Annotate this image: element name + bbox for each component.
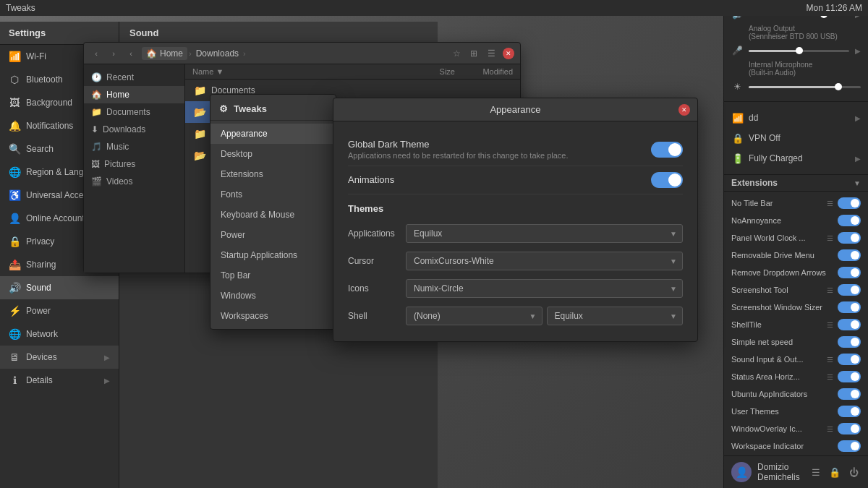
notifications-icon: 🔔 [9,120,20,132]
recent-icon: 🕐 [91,72,102,82]
ext-label: No Title Bar [731,199,822,207]
fm-sidebar-label: Music [106,142,129,152]
settings-item-label: Universal Access [26,190,92,200]
fm-back-button[interactable]: ‹ [90,47,103,60]
tweaks-item-extensions[interactable]: Extensions [210,164,336,184]
tweaks-item-windows[interactable]: Windows [210,286,336,306]
settings-icon6[interactable]: ☰ [825,372,835,382]
ext-toggle[interactable] [838,406,861,417]
settings-item-details[interactable]: ℹ Details ▶ [0,369,119,392]
tweaks-item-fonts[interactable]: Fonts [210,184,336,205]
fm-close-button[interactable]: ✕ [503,48,514,59]
appearance-dialog: Appearance ✕ Global Dark Theme Applicati… [333,98,698,342]
fm-forward-button[interactable]: › [107,47,120,60]
list-icon[interactable]: ☰ [809,465,823,479]
fm-sidebar-label: Videos [106,176,132,187]
settings-icon2[interactable]: ☰ [825,233,835,243]
desktop: Tweaks Mon 11:26 AM Settings 📶 Wi-Fi ⬡ B… [0,0,868,488]
wifi-icon: 📶 [9,51,20,62]
extensions-expand-icon[interactable]: ▼ [854,179,861,187]
fm-sidebar-home[interactable]: 🏠 Home [84,86,184,103]
applications-select[interactable]: Equilux Adwaita Adwaita-dark [406,224,683,243]
ext-toggle[interactable] [838,319,861,330]
ext-toggle[interactable] [838,284,861,296]
settings-item-devices[interactable]: 🖥 Devices ▶ [0,346,119,369]
fm-breadcrumb: 🏠 Home › Downloads › [142,47,445,60]
rp-battery[interactable]: 🔋 Fully Charged ▶ [724,148,868,168]
tweaks-item-topbar[interactable]: Top Bar [210,265,336,286]
ext-screenshot-sizer: Screenshot Window Sizer [724,299,868,316]
ext-toggle[interactable] [838,423,861,435]
tweaks-item-workspaces[interactable]: Workspaces [210,306,336,326]
fm-bookmark-icon[interactable]: ☆ [449,46,464,61]
videos-icon: 🎬 [91,176,102,187]
fm-sidebar-videos[interactable]: 🎬 Videos [84,173,184,190]
shell-theme-container: Equilux ▼ [547,307,684,325]
ext-toggle[interactable] [838,197,861,209]
settings-item-power[interactable]: ⚡ Power [0,299,119,322]
ext-toggle[interactable] [838,371,861,382]
shell-theme-select[interactable]: Equilux [547,307,684,325]
topbar-right: Mon 11:26 AM [807,3,862,13]
ext-user-themes: User Themes [724,403,868,420]
settings-icon5[interactable]: ☰ [825,354,835,364]
animations-row: Animations [348,166,683,194]
ext-toggle[interactable] [838,249,861,261]
mic-slider[interactable] [749,50,849,52]
animations-toggle[interactable] [651,172,683,188]
ext-label: Screenshot Tool [731,286,822,294]
rp-vpn[interactable]: 🔒 VPN Off [724,128,868,148]
ext-toggle[interactable] [838,440,861,452]
icons-select[interactable]: Numix-Circle [406,279,683,298]
settings-item-network[interactable]: 🌐 Network [0,322,119,346]
fm-grid-icon[interactable]: ⊞ [467,46,481,61]
settings-item-sound[interactable]: 🔊 Sound [0,276,119,299]
settings-icon[interactable]: ☰ [825,198,835,208]
fm-menu-icon[interactable]: ☰ [484,46,498,61]
fm-sidebar-documents[interactable]: 📁 Documents [84,103,184,121]
ext-toggle[interactable] [838,215,861,226]
lock-icon[interactable]: 🔒 [827,465,842,479]
shell-none-select[interactable]: (None) [406,307,542,325]
fm-breadcrumb-end: › [243,49,246,58]
app-title: Tweaks [6,3,35,13]
fm-breadcrumb-home[interactable]: 🏠 Home [142,47,187,60]
theme-cursor-label: Cursor [348,256,406,266]
fm-sidebar-recent[interactable]: 🕐 Recent [84,69,184,86]
downloads-icon: ⬇ [91,124,98,134]
theme-icons-label: Icons [348,283,406,294]
ext-toggle[interactable] [838,354,861,365]
ext-toggle[interactable] [838,301,861,313]
settings-item-label: Power [26,306,51,316]
tweaks-item-keyboard[interactable]: Keyboard & Mouse [210,205,336,225]
appearance-close-button[interactable]: ✕ [678,104,690,116]
bottom-icons: ☰ 🔒 ⏻ [809,465,861,479]
cursor-select[interactable]: ComixCursors-White [406,252,683,270]
ext-no-title-bar: No Title Bar ☰ [724,194,868,212]
tweaks-item-appearance[interactable]: Appearance [210,124,336,144]
ext-toggle[interactable] [838,388,861,400]
fm-sidebar-downloads[interactable]: ⬇ Downloads [84,121,184,138]
appearance-title: Appearance [352,104,678,115]
brightness-slider[interactable] [749,86,861,88]
fm-sidebar-music[interactable]: 🎵 Music [84,138,184,155]
topbar-time: Mon 11:26 AM [807,3,862,13]
ext-toggle[interactable] [838,267,861,278]
settings-item-label: Online Accounts [26,213,89,223]
fm-up-button[interactable]: ‹ [124,47,137,60]
ext-toggle[interactable] [838,232,861,244]
user-avatar: 👤 [731,462,752,482]
settings-icon7[interactable]: ☰ [825,424,835,434]
power-icon2[interactable]: ⏻ [846,465,861,479]
chevron-right-icon: ▶ [855,114,861,122]
fm-sidebar-pictures[interactable]: 🖼 Pictures [84,155,184,173]
mic-arrow[interactable]: ▶ [855,47,861,55]
ext-toggle[interactable] [838,336,861,348]
rp-network-dd[interactable]: 📶 dd ▶ [724,108,868,128]
tweaks-item-startup[interactable]: Startup Applications [210,245,336,265]
tweaks-item-power[interactable]: Power [210,225,336,245]
tweaks-item-desktop[interactable]: Desktop [210,144,336,164]
settings-icon3[interactable]: ☰ [825,285,835,295]
settings-icon4[interactable]: ☰ [825,320,835,330]
dark-theme-toggle[interactable] [651,142,683,158]
